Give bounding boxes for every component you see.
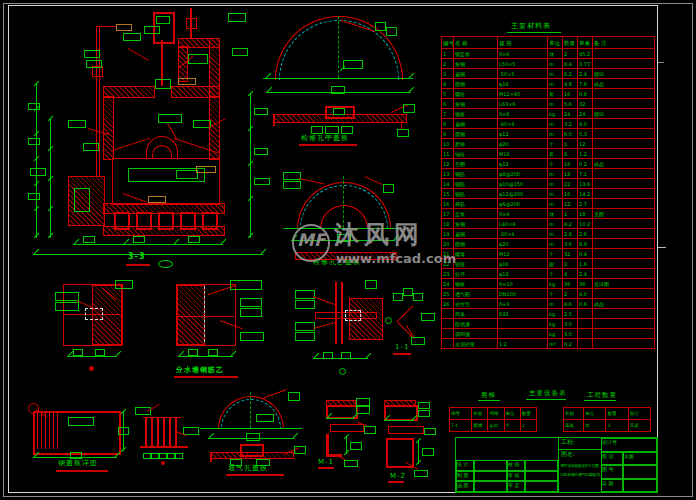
table-cell: 45.2 [578,49,593,59]
table-cell: 1.6 [578,259,593,269]
table-cell [593,269,655,279]
table-cell: 3.77 [578,59,593,69]
table-cell: 3 [606,420,628,432]
table-cell: 7.1 [578,169,593,179]
table-cell: 36 [563,279,578,289]
dimension-tick [293,433,299,439]
table-cell: 爬梯 [454,139,498,149]
table-cell: 调和漆 [454,329,498,339]
dimension-line [73,244,223,245]
callout-tag-orange [116,24,132,31]
table-cell [442,339,454,349]
callout-tag [30,168,46,176]
table-cell: 块 [584,420,606,432]
red-line [169,417,171,446]
red-outline [186,18,197,29]
table-cell: M12 [498,249,548,259]
table-cell: 成品 [593,79,655,89]
table-cell: m [548,59,563,69]
callout-tag [232,48,248,56]
table-cell: 3.0 [563,329,578,339]
callout-tag [144,26,160,34]
table-cell [593,319,655,329]
table-cell: δ=6 [498,49,548,59]
callout-tag [155,79,171,89]
table-cell: 10 [442,139,454,149]
callout-tag [375,22,386,31]
table-cell: 2 [520,420,536,432]
table-cell: E43 [498,309,548,319]
table-cell: m [548,69,563,79]
drawing-number-value [623,479,657,493]
table-cell [593,89,655,99]
table-cell: 4 [563,269,578,279]
table-cell: 14 [442,179,454,189]
red-line [49,413,50,449]
m1-label: M-1 [318,458,334,466]
signature-label: 设 计 [456,460,474,471]
callout-tag [254,178,270,185]
table-cell: 镀锌 [593,69,655,79]
callout-tag [414,470,428,477]
red-line [53,413,54,449]
callout-tag [73,349,83,356]
table-cell: δ=8 [498,109,548,119]
dimension-tick [409,87,415,93]
title-underline [478,400,500,401]
m2-label: M-2 [390,472,406,480]
callout-tag [383,184,394,193]
table-cell [593,189,655,199]
table-cell: m [548,219,563,229]
table-cell: L50×5 [498,59,548,69]
callout-tag [422,448,434,456]
table-cell: 13.6 [578,179,593,189]
table-header-cell: 数量 [563,37,578,49]
table-cell [593,289,655,299]
table-cell: 3.2 [563,119,578,129]
table-cell: 角钢 [454,59,498,69]
callout-tag [143,453,151,459]
callout-tag [133,236,145,243]
table-cell: M16 [498,149,548,159]
caption-underline [174,376,238,378]
table-cell: 见详图 [593,279,655,289]
callout-tag [418,402,430,409]
table-cell: 1 [442,49,454,59]
callout-tag [256,459,270,466]
table-cell: 3.0 [563,319,578,329]
m1-detail: M-1 [318,396,376,476]
table-cell: 13 [442,169,454,179]
drawing-number-label: 设计号 [601,438,657,452]
callout-tag [333,108,345,115]
red-line [41,413,42,449]
drawing-number-value [623,465,657,479]
callout-tag [175,453,183,459]
table-cell: 18 [563,169,578,179]
table-cell: 7.6 [578,79,593,89]
table-cell [442,309,454,319]
table-cell: 1 [563,139,578,149]
red-line [57,413,58,449]
dimension-line [67,356,117,357]
hatched-region [103,226,225,236]
red-line [37,413,38,449]
table-cell: kg [548,319,563,329]
table-cell: m³ [548,339,563,349]
table-cell: φ16 [498,259,548,269]
table-cell [578,319,593,329]
table-cell: 单位 [584,408,606,420]
table-cell [593,99,655,109]
leader-line [299,178,325,184]
dimension-line [384,420,414,421]
dimension-line [326,418,354,419]
table-cell: m [548,179,563,189]
table-cell: 4.8 [563,79,578,89]
signature-label: 校 核 [507,460,525,471]
table-cell: φ16 [498,79,548,89]
table-cell [593,249,655,259]
table-cell: φ20 [498,239,548,249]
table-cell: L40×4 [498,219,548,229]
table-cell: 规格 [488,408,504,420]
signature-label: 描 图 [456,481,474,492]
callout-tag [356,398,370,406]
